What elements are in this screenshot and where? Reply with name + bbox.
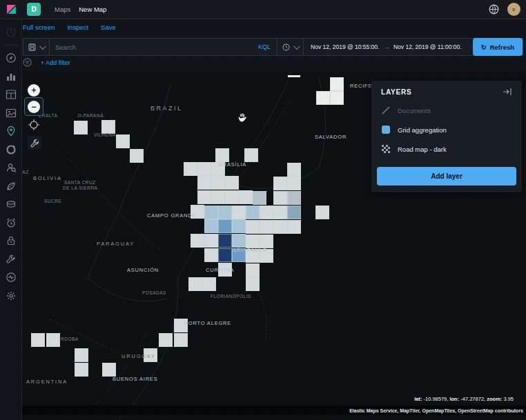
grid-aggregation-cell[interactable] [204, 206, 218, 219]
toolbar-link-full-screen[interactable]: Full screen [23, 23, 55, 31]
sidebar-item-maps-active[interactable] [6, 126, 17, 137]
space-badge[interactable]: D [27, 3, 41, 16]
grid-aggregation-cell[interactable] [197, 190, 211, 204]
grid-aggregation-cell[interactable] [260, 234, 273, 248]
grid-aggregation-cell[interactable] [218, 219, 232, 233]
grid-aggregation-cell[interactable] [159, 333, 173, 347]
grid-aggregation-cell[interactable] [215, 148, 229, 162]
grid-aggregation-cell[interactable] [225, 176, 239, 190]
add-filter-link[interactable]: + Add filter [41, 59, 70, 66]
sidebar-item-graph[interactable] [6, 162, 17, 173]
add-layer-button[interactable]: Add layer [377, 167, 516, 186]
grid-aggregation-cell[interactable] [197, 176, 211, 190]
grid-aggregation-cell[interactable] [218, 248, 232, 262]
grid-aggregation-cell[interactable] [287, 220, 301, 234]
zoom-out-button[interactable]: − [28, 101, 40, 113]
grid-aggregation-cell[interactable] [174, 333, 188, 347]
zoom-in-button[interactable]: + [28, 84, 40, 97]
sidebar-item-apm[interactable] [6, 181, 17, 192]
grid-aggregation-cell[interactable] [232, 206, 246, 219]
grid-aggregation-cell[interactable] [287, 206, 301, 219]
attribution-text[interactable]: Elastic Maps Service, MapTiler, OpenMapT… [349, 408, 523, 413]
grid-aggregation-cell[interactable] [102, 363, 116, 377]
grid-aggregation-cell[interactable] [218, 206, 232, 219]
layer-item-grid-aggregation[interactable]: Grid aggregation [381, 125, 512, 134]
refresh-button[interactable]: ↻ Refresh [473, 38, 523, 56]
filter-icon[interactable] [23, 58, 32, 67]
grid-aggregation-cell[interactable] [239, 190, 253, 204]
sidebar-item-uptime[interactable] [6, 217, 17, 228]
sidebar-item-management[interactable] [6, 290, 17, 301]
grid-aggregation-cell[interactable] [46, 333, 60, 347]
grid-aggregation-cell[interactable] [260, 206, 273, 219]
grid-aggregation-cell[interactable] [287, 177, 301, 190]
grid-aggregation-cell[interactable] [75, 363, 88, 377]
time-to[interactable]: Nov 12, 2019 @ 11:00:00. [393, 43, 462, 50]
grid-aggregation-cell[interactable] [211, 176, 225, 190]
grid-aggregation-cell[interactable] [184, 162, 197, 176]
kibana-logo-icon[interactable] [6, 4, 17, 14]
grid-aggregation-cell[interactable] [330, 91, 344, 105]
grid-aggregation-cell[interactable] [75, 348, 88, 362]
time-quick-menu[interactable] [277, 39, 303, 55]
grid-aggregation-cell[interactable] [74, 121, 88, 134]
toolbar-link-inspect[interactable]: Inspect [67, 23, 88, 31]
grid-aggregation-cell[interactable] [288, 75, 300, 77]
grid-aggregation-cell[interactable] [273, 191, 287, 205]
breadcrumb[interactable]: Maps [55, 6, 70, 13]
grid-aggregation-cell[interactable] [204, 219, 218, 233]
grid-aggregation-cell[interactable] [246, 206, 260, 219]
grid-aggregation-cell[interactable] [101, 120, 115, 134]
sidebar-item-devtools[interactable] [6, 254, 17, 265]
grid-aggregation-cell[interactable] [315, 206, 329, 219]
grid-aggregation-cell[interactable] [246, 220, 260, 234]
grid-aggregation-cell[interactable] [204, 234, 218, 248]
grid-aggregation-cell[interactable] [218, 234, 232, 248]
grid-aggregation-cell[interactable] [188, 277, 202, 291]
grid-aggregation-cell[interactable] [232, 234, 246, 248]
grid-aggregation-cell[interactable] [31, 333, 45, 347]
grid-aggregation-cell[interactable] [253, 191, 266, 205]
avatar[interactable]: e [507, 3, 520, 16]
sidebar-item-discover[interactable] [6, 52, 17, 63]
grid-aggregation-cell[interactable] [287, 163, 301, 177]
grid-aggregation-cell[interactable] [191, 234, 204, 248]
sidebar-item-siem[interactable] [6, 235, 17, 246]
globe-icon[interactable] [489, 4, 499, 14]
sidebar-item-recent[interactable] [6, 27, 17, 38]
grid-aggregation-cell[interactable] [202, 277, 216, 291]
layer-item-road-map-dark[interactable]: Road map - dark [381, 144, 512, 154]
grid-aggregation-cell[interactable] [260, 220, 273, 234]
search-input[interactable] [50, 43, 252, 51]
layer-item-documents[interactable]: Documents [381, 106, 512, 115]
grid-aggregation-cell[interactable] [287, 191, 301, 205]
sidebar-item-canvas[interactable] [6, 108, 17, 119]
grid-aggregation-cell[interactable] [204, 248, 218, 262]
toolbar-link-save[interactable]: Save [101, 23, 116, 31]
grid-aggregation-cell[interactable] [211, 190, 225, 204]
grid-aggregation-cell[interactable] [273, 177, 287, 190]
grid-aggregation-cell[interactable] [246, 263, 260, 277]
grid-aggregation-cell[interactable] [244, 148, 258, 162]
tools-button[interactable] [28, 136, 41, 150]
sidebar-item-ml[interactable] [6, 144, 17, 155]
grid-aggregation-cell[interactable] [316, 91, 330, 105]
grid-aggregation-cell[interactable] [273, 220, 287, 234]
grid-aggregation-cell[interactable] [273, 206, 287, 219]
grid-aggregation-cell[interactable] [225, 190, 239, 204]
grid-aggregation-cell[interactable] [246, 234, 260, 248]
sidebar-item-visualize[interactable] [6, 71, 17, 82]
grid-aggregation-cell[interactable] [116, 134, 130, 148]
grid-aggregation-cell[interactable] [330, 77, 344, 91]
grid-aggregation-cell[interactable] [197, 162, 211, 176]
sidebar-item-dashboard[interactable] [6, 89, 17, 100]
time-from[interactable]: Nov 12, 2019 @ 10:55:00. [311, 43, 379, 50]
collapse-panel-icon[interactable] [503, 88, 512, 96]
saved-query-menu[interactable] [23, 39, 50, 55]
sidebar-item-monitoring[interactable] [6, 272, 17, 283]
sidebar-item-logs[interactable] [6, 199, 17, 210]
grid-aggregation-cell[interactable] [246, 277, 260, 291]
grid-aggregation-cell[interactable] [232, 219, 246, 233]
kql-toggle[interactable]: KQL [252, 43, 277, 50]
grid-aggregation-cell[interactable] [130, 149, 144, 163]
